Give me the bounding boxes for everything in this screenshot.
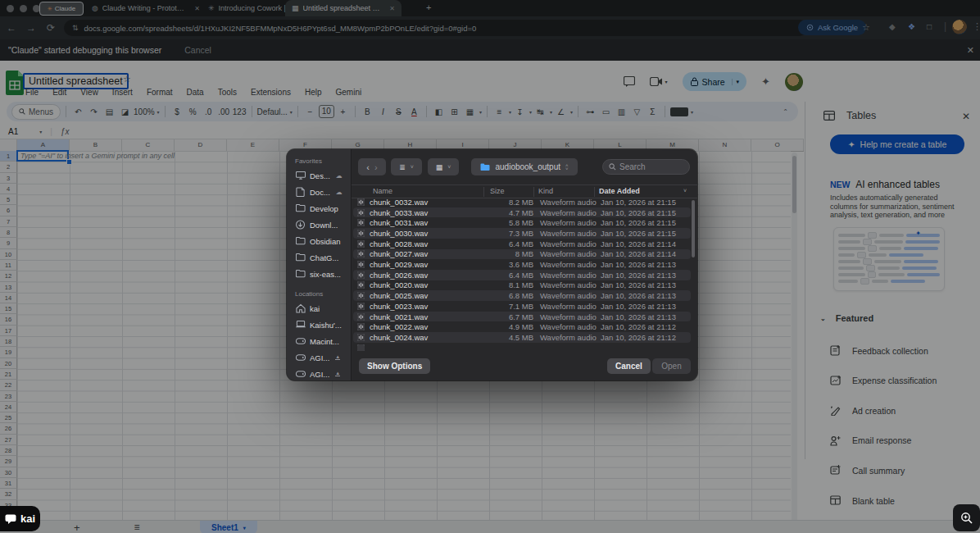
file-row[interactable]: chunk_0023.wav7.1 MBWaveform audioJan 10… — [353, 301, 691, 312]
waveform-file-icon — [357, 240, 365, 248]
file-name: chunk_0025.wav — [370, 291, 428, 300]
stepper-icons: ˄˅ — [565, 164, 569, 171]
sidebar-section-locations: Locations — [295, 290, 351, 298]
sidebar-item-macint-[interactable]: Macint... — [287, 333, 351, 349]
file-row[interactable]: chunk_0025.wav6.8 MBWaveform audioJan 10… — [353, 290, 691, 301]
file-row[interactable]: chunk_0022.wav4.9 MBWaveform audioJan 10… — [353, 321, 691, 332]
column-header-size[interactable]: Size — [490, 187, 505, 195]
show-options-button[interactable]: Show Options — [359, 358, 430, 374]
file-date-added: Jan 10, 2026 at 21:13 — [601, 260, 676, 269]
column-header-date-added[interactable]: Date Added — [599, 187, 640, 195]
file-kind: Waveform audio — [540, 322, 597, 331]
sidebar-item-agi-[interactable]: AGI...▲ — [287, 349, 351, 366]
file-row-partial — [353, 343, 691, 351]
file-name: chunk_0021.wav — [370, 312, 428, 321]
file-size: 5.8 MB — [484, 218, 533, 227]
sort-chevron-icon[interactable]: ˅ — [683, 188, 687, 194]
list-view-dropdown[interactable]: ≣ ˅ — [391, 158, 422, 175]
file-name: chunk_0027.wav — [370, 249, 428, 258]
sidebar-item-agi-[interactable]: AGI...▲ — [287, 366, 351, 380]
file-row[interactable]: chunk_0029.wav3.6 MBWaveform audioJan 10… — [353, 259, 691, 270]
folder-icon — [295, 253, 306, 262]
open-button[interactable]: Open — [652, 358, 691, 374]
file-kind: Waveform audio — [540, 333, 597, 342]
sidebar-item-label: ChatG... — [310, 253, 338, 262]
chevron-down-icon: ˅ — [411, 164, 414, 170]
file-size: 6.8 MB — [484, 291, 533, 300]
forward-chevron-icon[interactable]: › — [374, 162, 378, 172]
magnifier-plus-icon — [960, 512, 973, 525]
cursor-user-name: kai — [20, 512, 35, 525]
file-row[interactable]: chunk_0027.wav8 MBWaveform audioJan 10, … — [353, 249, 691, 260]
dialog-scrollbar-thumb[interactable] — [692, 200, 695, 257]
file-kind: Waveform audio — [540, 198, 597, 207]
file-size: 6.4 MB — [484, 271, 533, 280]
file-size: 7.1 MB — [484, 302, 533, 311]
search-icon — [609, 163, 616, 171]
file-name: chunk_0022.wav — [370, 322, 428, 331]
file-date-added: Jan 10, 2026 at 21:13 — [601, 280, 676, 289]
cancel-button[interactable]: Cancel — [607, 358, 651, 374]
sidebar-item-doc-[interactable]: Doc...☁ — [287, 184, 351, 200]
file-row[interactable]: chunk_0030.wav7.3 MBWaveform audioJan 10… — [353, 228, 691, 239]
file-kind: Waveform audio — [540, 249, 597, 258]
cloud-icon: ☁ — [336, 172, 343, 180]
download-icon — [295, 220, 306, 230]
eject-icon: ▲ — [335, 355, 340, 360]
waveform-file-icon — [357, 303, 365, 310]
file-date-added: Jan 10, 2026 at 21:15 — [601, 198, 676, 207]
file-row[interactable]: chunk_0033.wav4.7 MBWaveform audioJan 10… — [353, 207, 691, 218]
zoom-button[interactable] — [953, 504, 980, 531]
folder-dropdown[interactable]: audiobook_output ˄˅ — [471, 158, 578, 175]
sidebar-item-label: Des... — [310, 171, 330, 180]
sidebar-item-label: Downl... — [310, 221, 338, 230]
waveform-file-icon — [357, 271, 365, 279]
sidebar-item-label: kai — [310, 304, 320, 313]
dialog-sidebar: FavoritesDes...☁Doc...☁DevelopDownl...Ob… — [287, 149, 352, 380]
sidebar-section-favorites: Favorites — [295, 157, 351, 165]
file-kind: Waveform audio — [540, 291, 597, 300]
column-header-name[interactable]: Name — [373, 187, 392, 195]
back-chevron-icon[interactable]: ‹ — [366, 162, 370, 172]
home-icon — [295, 303, 306, 313]
speech-bubble-icon — [5, 514, 16, 524]
file-kind: Waveform audio — [540, 271, 597, 280]
file-row[interactable]: chunk_0021.wav6.7 MBWaveform audioJan 10… — [353, 312, 691, 322]
file-row[interactable]: chunk_0032.wav8.2 MBWaveform audioJan 10… — [353, 197, 691, 207]
sidebar-item-des-[interactable]: Des...☁ — [287, 167, 351, 184]
sidebar-item-kaishu-[interactable]: Kaishu'... — [287, 317, 351, 333]
group-view-dropdown[interactable]: ▦ ˅ — [428, 158, 459, 175]
dialog-search-field[interactable]: Search — [602, 159, 690, 175]
file-name: chunk_0024.wav — [370, 333, 428, 342]
file-size: 7.3 MB — [484, 229, 533, 238]
sidebar-item-six-eas-[interactable]: six-eas... — [287, 266, 351, 282]
folder-icon — [295, 203, 306, 213]
sidebar-item-develop[interactable]: Develop — [287, 200, 351, 216]
sidebar-item-kai[interactable]: kai — [287, 300, 351, 317]
waveform-file-icon — [357, 261, 365, 268]
sidebar-item-chatg-[interactable]: ChatG... — [287, 249, 351, 266]
column-header-kind[interactable]: Kind — [538, 187, 553, 195]
file-kind: Waveform audio — [540, 260, 597, 269]
file-row[interactable]: chunk_0028.wav6.4 MBWaveform audioJan 10… — [353, 239, 691, 249]
waveform-file-icon — [357, 209, 365, 216]
file-date-added: Jan 10, 2026 at 21:12 — [601, 333, 676, 342]
sidebar-item-obsidian[interactable]: Obsidian — [287, 233, 351, 249]
file-row[interactable]: chunk_0020.wav8.1 MBWaveform audioJan 10… — [353, 280, 691, 291]
waveform-file-icon — [357, 219, 365, 226]
waveform-file-icon — [357, 230, 365, 237]
file-name: chunk_0033.wav — [370, 208, 428, 217]
disk-icon — [295, 353, 306, 362]
file-name: chunk_0028.wav — [370, 239, 428, 248]
list-view-icon: ≣ — [399, 163, 406, 171]
folder-dropdown-label: audiobook_output — [495, 162, 560, 171]
file-size: 3.6 MB — [484, 260, 533, 269]
sidebar-item-label: Kaishu'... — [310, 321, 342, 330]
file-row[interactable]: chunk_0031.wav5.8 MBWaveform audioJan 10… — [353, 217, 691, 228]
sidebar-item-downl-[interactable]: Downl... — [287, 216, 351, 233]
file-row[interactable]: chunk_0026.wav6.4 MBWaveform audioJan 10… — [353, 270, 691, 280]
folder-icon — [480, 163, 490, 171]
file-row[interactable]: chunk_0024.wav4.5 MBWaveform audioJan 10… — [353, 332, 691, 343]
sidebar-item-label: Doc... — [310, 188, 330, 197]
file-kind: Waveform audio — [540, 280, 597, 289]
